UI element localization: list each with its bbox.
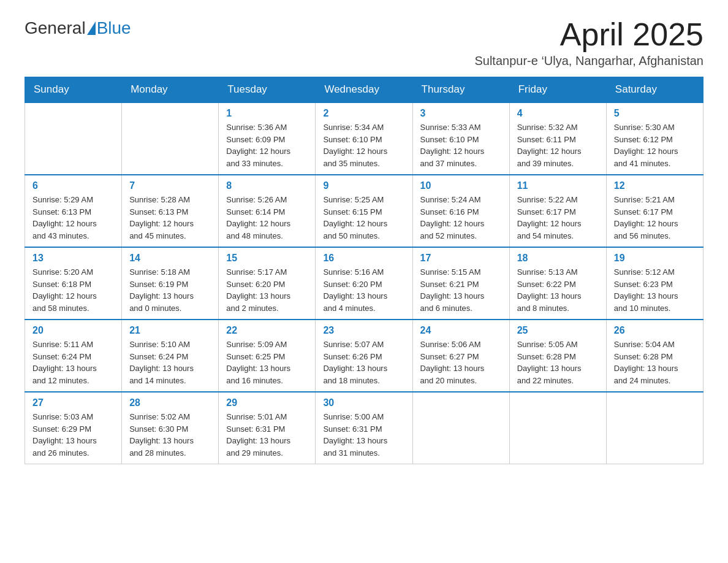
- day-info: Sunrise: 5:04 AM Sunset: 6:28 PM Dayligh…: [614, 339, 696, 386]
- day-number: 13: [32, 253, 114, 264]
- day-number: 30: [323, 397, 404, 408]
- day-info: Sunrise: 5:32 AM Sunset: 6:11 PM Dayligh…: [517, 121, 599, 169]
- day-number: 11: [517, 180, 599, 191]
- calendar-cell: 4Sunrise: 5:32 AM Sunset: 6:11 PM Daylig…: [509, 102, 606, 175]
- day-info: Sunrise: 5:29 AM Sunset: 6:13 PM Dayligh…: [32, 194, 114, 242]
- calendar-table: SundayMondayTuesdayWednesdayThursdayFrid…: [25, 77, 703, 464]
- day-number: 12: [614, 180, 696, 191]
- calendar-cell: 24Sunrise: 5:06 AM Sunset: 6:27 PM Dayli…: [412, 320, 509, 392]
- calendar-cell: 20Sunrise: 5:11 AM Sunset: 6:24 PM Dayli…: [25, 320, 122, 392]
- day-info: Sunrise: 5:03 AM Sunset: 6:29 PM Dayligh…: [32, 411, 114, 459]
- day-info: Sunrise: 5:21 AM Sunset: 6:17 PM Dayligh…: [614, 194, 696, 242]
- calendar-week-row: 13Sunrise: 5:20 AM Sunset: 6:18 PM Dayli…: [25, 247, 703, 320]
- calendar-cell: 5Sunrise: 5:30 AM Sunset: 6:12 PM Daylig…: [606, 102, 703, 175]
- calendar-header-row: SundayMondayTuesdayWednesdayThursdayFrid…: [25, 77, 703, 103]
- day-number: 19: [614, 253, 696, 264]
- day-info: Sunrise: 5:30 AM Sunset: 6:12 PM Dayligh…: [614, 121, 696, 169]
- calendar-week-row: 27Sunrise: 5:03 AM Sunset: 6:29 PM Dayli…: [25, 392, 703, 464]
- day-info: Sunrise: 5:05 AM Sunset: 6:28 PM Dayligh…: [517, 339, 599, 386]
- weekday-header-thursday: Thursday: [412, 77, 509, 103]
- day-number: 3: [420, 108, 502, 119]
- calendar-cell: 21Sunrise: 5:10 AM Sunset: 6:24 PM Dayli…: [122, 320, 219, 392]
- calendar-cell: [122, 102, 219, 175]
- day-number: 10: [420, 180, 502, 191]
- day-number: 29: [226, 397, 308, 408]
- day-number: 15: [226, 253, 308, 264]
- month-title: April 2025: [474, 18, 703, 50]
- day-info: Sunrise: 5:16 AM Sunset: 6:20 PM Dayligh…: [323, 266, 404, 314]
- calendar-cell: 28Sunrise: 5:02 AM Sunset: 6:30 PM Dayli…: [122, 392, 219, 464]
- day-info: Sunrise: 5:17 AM Sunset: 6:20 PM Dayligh…: [226, 266, 308, 314]
- calendar-cell: 23Sunrise: 5:07 AM Sunset: 6:26 PM Dayli…: [316, 320, 412, 392]
- day-info: Sunrise: 5:01 AM Sunset: 6:31 PM Dayligh…: [226, 411, 308, 459]
- day-info: Sunrise: 5:22 AM Sunset: 6:17 PM Dayligh…: [517, 194, 599, 242]
- calendar-week-row: 1Sunrise: 5:36 AM Sunset: 6:09 PM Daylig…: [25, 102, 703, 175]
- day-info: Sunrise: 5:00 AM Sunset: 6:31 PM Dayligh…: [323, 411, 404, 459]
- calendar-cell: 16Sunrise: 5:16 AM Sunset: 6:20 PM Dayli…: [316, 247, 412, 320]
- logo-blue-text: Blue: [97, 18, 131, 38]
- calendar-cell: 25Sunrise: 5:05 AM Sunset: 6:28 PM Dayli…: [509, 320, 606, 392]
- day-number: 1: [226, 108, 308, 119]
- day-number: 9: [323, 180, 404, 191]
- day-info: Sunrise: 5:02 AM Sunset: 6:30 PM Dayligh…: [129, 411, 211, 459]
- calendar-week-row: 6Sunrise: 5:29 AM Sunset: 6:13 PM Daylig…: [25, 175, 703, 247]
- calendar-cell: 22Sunrise: 5:09 AM Sunset: 6:25 PM Dayli…: [219, 320, 316, 392]
- day-info: Sunrise: 5:20 AM Sunset: 6:18 PM Dayligh…: [32, 266, 114, 314]
- calendar-cell: 1Sunrise: 5:36 AM Sunset: 6:09 PM Daylig…: [219, 102, 316, 175]
- day-number: 24: [420, 325, 502, 336]
- calendar-cell: 17Sunrise: 5:15 AM Sunset: 6:21 PM Dayli…: [412, 247, 509, 320]
- calendar-cell: 14Sunrise: 5:18 AM Sunset: 6:19 PM Dayli…: [122, 247, 219, 320]
- calendar-cell: 29Sunrise: 5:01 AM Sunset: 6:31 PM Dayli…: [219, 392, 316, 464]
- logo-triangle-icon: [87, 21, 96, 35]
- weekday-header-wednesday: Wednesday: [316, 77, 412, 103]
- day-number: 14: [129, 253, 211, 264]
- calendar-cell: 11Sunrise: 5:22 AM Sunset: 6:17 PM Dayli…: [509, 175, 606, 247]
- day-info: Sunrise: 5:25 AM Sunset: 6:15 PM Dayligh…: [323, 194, 404, 242]
- day-number: 2: [323, 108, 404, 119]
- day-info: Sunrise: 5:24 AM Sunset: 6:16 PM Dayligh…: [420, 194, 502, 242]
- calendar-cell: 10Sunrise: 5:24 AM Sunset: 6:16 PM Dayli…: [412, 175, 509, 247]
- day-number: 5: [614, 108, 696, 119]
- day-number: 26: [614, 325, 696, 336]
- day-number: 16: [323, 253, 404, 264]
- day-info: Sunrise: 5:06 AM Sunset: 6:27 PM Dayligh…: [420, 339, 502, 386]
- day-number: 21: [129, 325, 211, 336]
- calendar-cell: 13Sunrise: 5:20 AM Sunset: 6:18 PM Dayli…: [25, 247, 122, 320]
- day-number: 28: [129, 397, 211, 408]
- calendar-cell: 19Sunrise: 5:12 AM Sunset: 6:23 PM Dayli…: [606, 247, 703, 320]
- day-info: Sunrise: 5:12 AM Sunset: 6:23 PM Dayligh…: [614, 266, 696, 314]
- day-number: 25: [517, 325, 599, 336]
- header-right: April 2025 Sultanpur-e ‘Ulya, Nangarhar,…: [474, 18, 703, 68]
- calendar-cell: [509, 392, 606, 464]
- calendar-week-row: 20Sunrise: 5:11 AM Sunset: 6:24 PM Dayli…: [25, 320, 703, 392]
- calendar-cell: [25, 102, 122, 175]
- day-number: 22: [226, 325, 308, 336]
- page-header: General Blue April 2025 Sultanpur-e ‘Uly…: [25, 18, 703, 68]
- day-info: Sunrise: 5:26 AM Sunset: 6:14 PM Dayligh…: [226, 194, 308, 242]
- day-info: Sunrise: 5:09 AM Sunset: 6:25 PM Dayligh…: [226, 339, 308, 386]
- calendar-cell: 9Sunrise: 5:25 AM Sunset: 6:15 PM Daylig…: [316, 175, 412, 247]
- day-number: 17: [420, 253, 502, 264]
- weekday-header-friday: Friday: [509, 77, 606, 103]
- logo: General Blue: [25, 18, 131, 38]
- calendar-cell: 3Sunrise: 5:33 AM Sunset: 6:10 PM Daylig…: [412, 102, 509, 175]
- day-info: Sunrise: 5:10 AM Sunset: 6:24 PM Dayligh…: [129, 339, 211, 386]
- calendar-cell: [606, 392, 703, 464]
- calendar-cell: 7Sunrise: 5:28 AM Sunset: 6:13 PM Daylig…: [122, 175, 219, 247]
- location-subtitle: Sultanpur-e ‘Ulya, Nangarhar, Afghanista…: [474, 54, 703, 68]
- day-info: Sunrise: 5:36 AM Sunset: 6:09 PM Dayligh…: [226, 121, 308, 169]
- day-number: 8: [226, 180, 308, 191]
- weekday-header-tuesday: Tuesday: [219, 77, 316, 103]
- day-number: 6: [32, 180, 114, 191]
- calendar-cell: 12Sunrise: 5:21 AM Sunset: 6:17 PM Dayli…: [606, 175, 703, 247]
- calendar-cell: 15Sunrise: 5:17 AM Sunset: 6:20 PM Dayli…: [219, 247, 316, 320]
- calendar-cell: [412, 392, 509, 464]
- day-info: Sunrise: 5:18 AM Sunset: 6:19 PM Dayligh…: [129, 266, 211, 314]
- calendar-cell: 8Sunrise: 5:26 AM Sunset: 6:14 PM Daylig…: [219, 175, 316, 247]
- day-info: Sunrise: 5:11 AM Sunset: 6:24 PM Dayligh…: [32, 339, 114, 386]
- day-number: 27: [32, 397, 114, 408]
- calendar-cell: 18Sunrise: 5:13 AM Sunset: 6:22 PM Dayli…: [509, 247, 606, 320]
- calendar-cell: 6Sunrise: 5:29 AM Sunset: 6:13 PM Daylig…: [25, 175, 122, 247]
- day-info: Sunrise: 5:13 AM Sunset: 6:22 PM Dayligh…: [517, 266, 599, 314]
- calendar-cell: 30Sunrise: 5:00 AM Sunset: 6:31 PM Dayli…: [316, 392, 412, 464]
